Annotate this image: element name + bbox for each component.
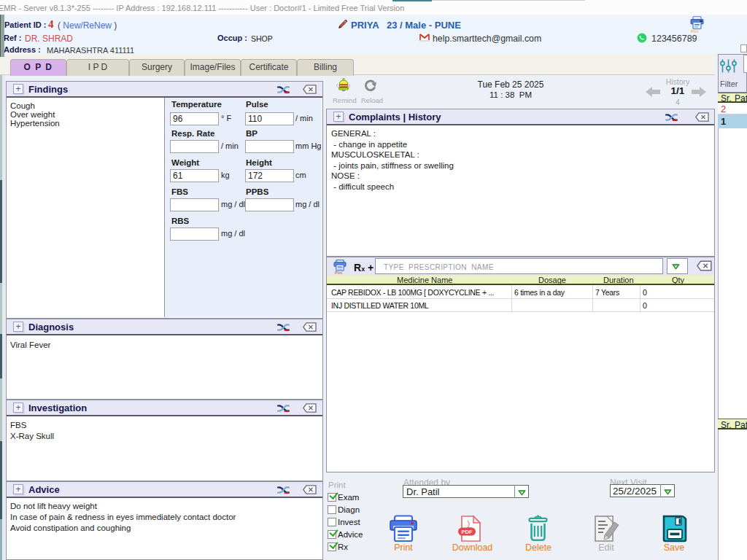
svg-text:): ) [349, 83, 350, 88]
svg-text:PDF: PDF [462, 529, 473, 535]
svg-text:(: ( [336, 83, 338, 88]
